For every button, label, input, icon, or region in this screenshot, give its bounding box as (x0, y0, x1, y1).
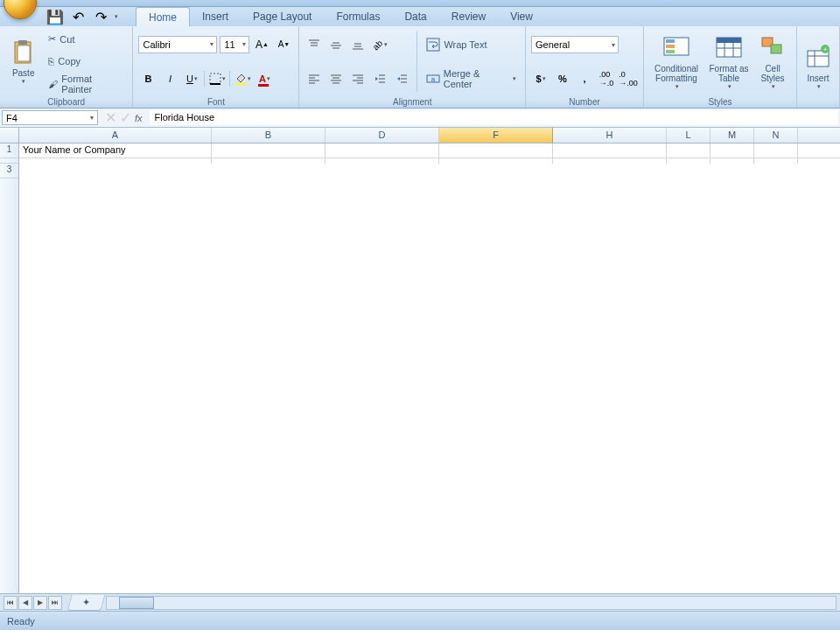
grow-font-button[interactable]: A▲ (252, 35, 271, 54)
cell-H1[interactable] (553, 144, 667, 158)
tab-page-layout[interactable]: Page Layout (241, 7, 324, 26)
column-header-H[interactable]: H (553, 128, 667, 143)
border-button[interactable]: ▾ (207, 69, 227, 88)
align-left-button[interactable] (304, 69, 324, 88)
cell-A2[interactable] (19, 158, 212, 164)
tab-data[interactable]: Data (392, 7, 438, 26)
undo-icon[interactable]: ↶ (68, 7, 88, 26)
qat-more-icon[interactable]: ▾ (115, 13, 118, 20)
cell-M1[interactable] (710, 144, 754, 158)
bucket-icon (234, 73, 247, 85)
cell-B2[interactable] (212, 158, 326, 164)
comma-button[interactable]: , (575, 69, 594, 88)
increase-decimal-button[interactable]: .00→.0 (597, 69, 616, 88)
cell-B1[interactable] (212, 144, 326, 158)
cut-button[interactable]: ✂Cut (45, 30, 127, 49)
merge-center-button[interactable]: aMerge & Center▾ (423, 69, 520, 88)
format-painter-button[interactable]: 🖌Format Painter (45, 74, 127, 94)
formula-bar: F4 ✕ ✓ fx Florida House (0, 108, 840, 128)
font-name-combo[interactable]: Calibri (138, 36, 217, 53)
shrink-font-button[interactable]: A▼ (274, 35, 293, 54)
group-label-alignment[interactable]: Alignment (304, 95, 520, 107)
column-header-D[interactable]: D (326, 128, 439, 143)
italic-button[interactable]: I (160, 69, 179, 88)
align-top-button[interactable] (304, 35, 324, 54)
bold-button[interactable]: B (138, 69, 158, 88)
fill-color-button[interactable]: ▾ (233, 69, 252, 88)
office-button[interactable] (4, 0, 37, 19)
cancel-formula-icon[interactable]: ✕ (105, 109, 116, 126)
fx-icon[interactable]: fx (135, 113, 143, 123)
tab-review[interactable]: Review (439, 7, 498, 26)
svg-text:+: + (823, 46, 828, 53)
percent-button[interactable]: % (553, 69, 572, 88)
cell-D2[interactable] (326, 158, 439, 164)
horizontal-scrollbar[interactable] (106, 596, 836, 610)
align-center-button[interactable] (326, 69, 346, 88)
underline-button[interactable]: U▾ (182, 69, 201, 88)
cell-D1[interactable] (326, 144, 439, 158)
paste-button[interactable]: Paste ▾ (5, 28, 41, 95)
tab-formulas[interactable]: Formulas (324, 7, 392, 26)
column-header-M[interactable]: M (710, 128, 754, 143)
sheet-nav-first[interactable]: ⏮ (4, 596, 18, 610)
decrease-decimal-button[interactable]: .0→.00 (619, 69, 638, 88)
column-headers: ABDFHLMN (0, 128, 840, 144)
insert-cells-button[interactable]: + Insert▾ (802, 28, 834, 105)
decrease-indent-button[interactable] (370, 69, 389, 88)
wrap-text-button[interactable]: Wrap Text (423, 35, 520, 54)
increase-indent-button[interactable] (392, 69, 411, 88)
currency-button[interactable]: $▾ (531, 69, 550, 88)
cells-grid[interactable]: Your Name or Company (19, 144, 840, 593)
enter-formula-icon[interactable]: ✓ (120, 109, 131, 126)
cell-N2[interactable] (754, 158, 798, 164)
sheet-nav-last[interactable]: ⏭ (48, 596, 62, 610)
svg-text:a: a (431, 75, 436, 83)
hscroll-thumb[interactable] (119, 597, 154, 609)
name-box[interactable]: F4 (2, 110, 98, 125)
row-header-1[interactable]: 1 (0, 144, 18, 158)
group-label-number[interactable]: Number (531, 95, 638, 107)
cell-L2[interactable] (667, 158, 710, 164)
paste-icon (10, 38, 38, 66)
column-header-N[interactable]: N (754, 128, 798, 143)
orientation-button[interactable]: ab▾ (370, 35, 389, 54)
format-as-table-button[interactable]: Format as Table▾ (707, 28, 751, 95)
copy-button[interactable]: ⎘Copy (45, 52, 127, 71)
cell-L1[interactable] (667, 144, 710, 158)
tab-insert[interactable]: Insert (190, 7, 241, 26)
column-header-A[interactable]: A (19, 128, 212, 143)
redo-icon[interactable]: ↷ (91, 7, 110, 26)
merge-icon: a (426, 72, 439, 86)
cell-F1[interactable] (439, 144, 553, 158)
number-format-combo[interactable]: General (531, 36, 619, 53)
column-header-B[interactable]: B (212, 128, 326, 143)
align-middle-button[interactable] (326, 35, 346, 54)
save-icon[interactable]: 💾 (46, 7, 65, 26)
column-header-L[interactable]: L (667, 128, 710, 143)
column-header-F[interactable]: F (439, 128, 553, 143)
cell-F2[interactable] (439, 158, 553, 164)
conditional-formatting-button[interactable]: Conditional Formatting▾ (649, 28, 704, 95)
cell-M2[interactable] (710, 158, 754, 164)
group-label-styles[interactable]: Styles (649, 95, 791, 107)
tab-view[interactable]: View (498, 7, 545, 26)
formula-input[interactable]: Florida House (149, 109, 839, 126)
sheet-nav-next[interactable]: ▶ (33, 596, 47, 610)
align-bottom-button[interactable] (348, 35, 368, 54)
cell-A1[interactable]: Your Name or Company (19, 144, 212, 158)
wrap-icon (426, 38, 440, 52)
group-label-clipboard[interactable]: Clipboard (5, 95, 127, 107)
new-sheet-button[interactable]: ✦ (67, 595, 106, 611)
group-label-font[interactable]: Font (138, 95, 293, 107)
sheet-nav-prev[interactable]: ◀ (18, 596, 32, 610)
font-size-combo[interactable]: 11 (220, 36, 249, 53)
cell-H2[interactable] (553, 158, 667, 164)
row-header-3[interactable]: 3 (0, 164, 18, 178)
font-color-button[interactable]: A▾ (255, 69, 274, 88)
align-right-button[interactable] (348, 69, 368, 88)
tab-home[interactable]: Home (136, 7, 190, 26)
cell-styles-button[interactable]: Cell Styles▾ (754, 28, 791, 95)
cell-N1[interactable] (754, 144, 798, 158)
select-all-button[interactable] (0, 128, 19, 143)
